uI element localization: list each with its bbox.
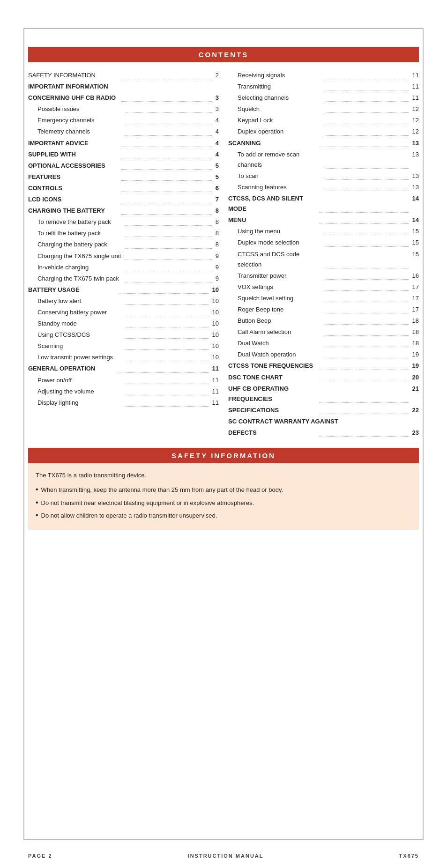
safety-header: SAFETY INFORMATION bbox=[28, 448, 419, 463]
toc-item-dots bbox=[124, 341, 208, 350]
toc-item-page: 4 bbox=[214, 126, 219, 137]
toc-item: To remove the battery pack8 bbox=[28, 216, 219, 228]
safety-content: The TX675 is a radio transmitting device… bbox=[28, 463, 419, 530]
toc-item-dots bbox=[126, 217, 212, 226]
toc-item-text: Button Beep bbox=[228, 316, 322, 326]
toc-item: Selecting channels11 bbox=[228, 92, 419, 104]
footer-center: INSTRUCTION MANUAL bbox=[188, 853, 264, 859]
toc-item-page: 4 bbox=[214, 149, 219, 160]
toc-item-dots bbox=[124, 319, 208, 327]
toc-item-page: 15 bbox=[410, 249, 419, 270]
toc-item-dots bbox=[319, 361, 408, 370]
toc-item: Charging the TX675 single unit9 bbox=[28, 251, 219, 262]
toc-item-page: 20 bbox=[410, 372, 419, 383]
toc-item: DSC TONE CHART20 bbox=[228, 372, 419, 383]
toc-item-text: Scanning features bbox=[228, 182, 322, 193]
toc-left-column: SAFETY INFORMATION2IMPORTANT INFORMATION… bbox=[28, 70, 219, 438]
toc-item-text: Transmitter power bbox=[228, 271, 322, 281]
toc-item-page: 22 bbox=[410, 405, 419, 415]
toc-item-text: Squelch bbox=[228, 104, 322, 114]
toc-item-text: IMPORTANT INFORMATION bbox=[28, 82, 219, 92]
toc-item: BATTERY USAGE10 bbox=[28, 284, 219, 296]
toc-item-dots bbox=[124, 386, 208, 395]
toc-item: Telemetry channels4 bbox=[28, 126, 219, 137]
toc-item-text: Charging the battery pack bbox=[28, 239, 124, 250]
toc-item-page: 11 bbox=[210, 364, 219, 374]
toc-item-text: DEFECTS bbox=[228, 428, 317, 438]
toc-item-page: 14 bbox=[410, 193, 419, 214]
toc-item-page: 10 bbox=[210, 285, 219, 295]
toc-item-text: Emergency channels bbox=[28, 115, 124, 126]
toc-item-text: SUPPLIED WITH bbox=[28, 149, 119, 160]
toc-item-text: Charging the TX675 twin pack bbox=[28, 274, 124, 284]
toc-item-page: 8 bbox=[214, 239, 219, 250]
toc-item: To add or remove scan channels13 bbox=[228, 149, 419, 171]
safety-intro: The TX675 is a radio transmitting device… bbox=[36, 470, 411, 481]
page: CONTENTS SAFETY INFORMATION2IMPORTANT IN… bbox=[0, 0, 447, 868]
toc-right-column: Receiving signals11Transmitting11Selecti… bbox=[228, 70, 419, 438]
toc-item: Standby mode10 bbox=[28, 318, 219, 329]
toc-item-page: 11 bbox=[410, 82, 419, 92]
toc-item: LCD ICONS7 bbox=[28, 194, 219, 205]
toc-item: CTCSS, DCS AND SILENT MODE14 bbox=[228, 193, 419, 215]
toc-item-text: Telemetry channels bbox=[28, 126, 124, 137]
toc-item-dots bbox=[324, 226, 408, 235]
toc-item-text: Standby mode bbox=[28, 319, 122, 329]
toc-item-page: 10 bbox=[210, 330, 219, 340]
safety-bullets: •When transmitting, keep the antenna mor… bbox=[36, 484, 411, 521]
toc-item-dots bbox=[126, 126, 212, 135]
toc-item-dots bbox=[324, 349, 408, 358]
toc-item-dots bbox=[324, 182, 408, 191]
toc-item-page: 9 bbox=[214, 251, 219, 261]
toc-item-dots bbox=[121, 183, 212, 192]
toc-item-dots bbox=[319, 138, 408, 147]
toc-item: Charging the battery pack8 bbox=[28, 239, 219, 250]
footer: PAGE 2 INSTRUCTION MANUAL TX675 bbox=[28, 853, 419, 859]
toc-item-page: 18 bbox=[410, 316, 419, 326]
toc-item-page: 8 bbox=[214, 206, 219, 216]
toc-item-page: 17 bbox=[410, 282, 419, 292]
toc-item-dots bbox=[121, 161, 212, 170]
toc-item-dots bbox=[121, 138, 212, 147]
toc-item-page: 17 bbox=[410, 293, 419, 304]
toc-item-dots bbox=[324, 93, 408, 102]
toc-item-dots bbox=[119, 285, 208, 294]
toc-item-dots bbox=[324, 237, 408, 246]
toc-item-page: 17 bbox=[410, 304, 419, 315]
toc-item-page: 13 bbox=[410, 138, 419, 148]
toc-item-text: OPTIONAL ACCESSORIES bbox=[28, 161, 119, 171]
border-right bbox=[423, 28, 424, 840]
bullet-text: When transmitting, keep the antenna more… bbox=[41, 484, 283, 495]
toc-item-text: SPECIFICATIONS bbox=[228, 405, 317, 415]
toc-item-text: CTCSS TONE FREQUENCIES bbox=[228, 361, 317, 371]
toc-item: Call Alarm selection18 bbox=[228, 326, 419, 338]
toc-item-page: 13 bbox=[410, 171, 419, 181]
toc-item-page: 19 bbox=[410, 361, 419, 371]
toc-item-dots bbox=[324, 293, 408, 302]
toc-item: To scan13 bbox=[228, 171, 419, 182]
toc-item-page: 3 bbox=[214, 93, 219, 103]
toc-item-dots bbox=[319, 193, 408, 213]
toc-item-dots bbox=[121, 70, 212, 79]
toc-item-dots bbox=[319, 428, 408, 437]
toc-item-text: Dual Watch bbox=[228, 338, 322, 349]
toc-item-text: Call Alarm selection bbox=[228, 327, 322, 337]
toc-item-text: VOX settings bbox=[228, 282, 322, 292]
toc-item-page: 9 bbox=[214, 262, 219, 273]
bullet-text: Do not allow children to operate a radio… bbox=[41, 510, 217, 521]
toc-item-page: 16 bbox=[410, 271, 419, 281]
toc-item-page: 13 bbox=[410, 149, 419, 170]
toc-item-text: Low transmit power settings bbox=[28, 352, 122, 363]
toc-item-text: Dual Watch operation bbox=[228, 349, 322, 360]
toc-item: Battery low alert10 bbox=[28, 296, 219, 307]
toc-item-page: 2 bbox=[214, 70, 219, 81]
toc-item-text: Keypad Lock bbox=[228, 115, 322, 126]
toc-item: Adjusting the volume11 bbox=[28, 386, 219, 397]
toc-item-text: Power on/off bbox=[28, 375, 122, 386]
toc-item-page: 11 bbox=[210, 386, 219, 397]
toc-item: CONTROLS6 bbox=[28, 183, 219, 194]
toc-item-page: 4 bbox=[214, 115, 219, 126]
toc-item-page: 7 bbox=[214, 194, 219, 205]
toc-item: SUPPLIED WITH4 bbox=[28, 149, 219, 160]
toc-item-text: Using CTCSS/DCS bbox=[28, 330, 122, 340]
